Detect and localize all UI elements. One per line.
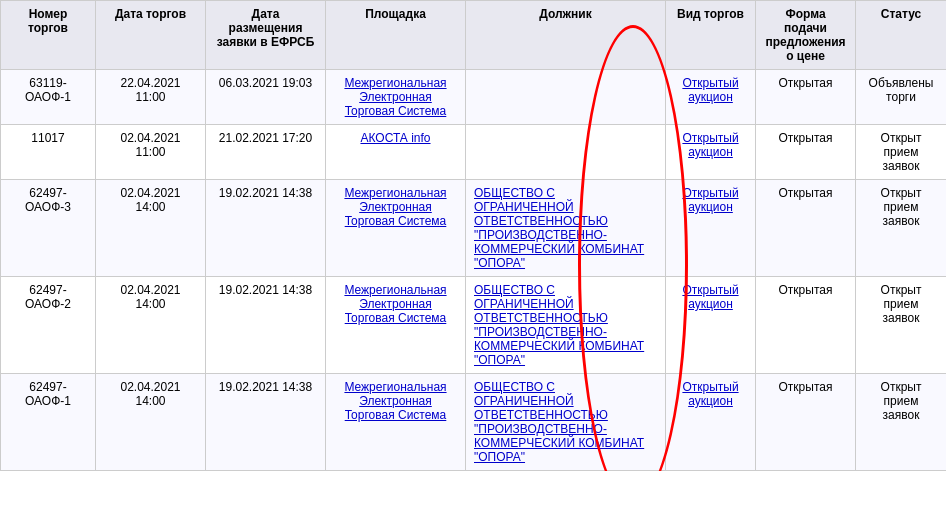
cell-form: Открытая — [756, 70, 856, 125]
debtor-link[interactable]: ОБЩЕСТВО С ОГРАНИЧЕННОЙ ОТВЕТСТВЕННОСТЬЮ… — [474, 186, 644, 270]
cell-date: 02.04.2021 14:00 — [96, 277, 206, 374]
header-debtor: Должник — [466, 1, 666, 70]
header-status: Статус — [856, 1, 947, 70]
cell-date: 02.04.2021 11:00 — [96, 125, 206, 180]
cell-status: Открыт прием заявок — [856, 374, 947, 471]
platform-link[interactable]: Межрегиональная Электронная Торговая Сис… — [344, 76, 446, 118]
cell-platform[interactable]: Межрегиональная Электронная Торговая Сис… — [326, 180, 466, 277]
type-link[interactable]: Открытый аукцион — [682, 380, 738, 408]
platform-link[interactable]: Межрегиональная Электронная Торговая Сис… — [344, 283, 446, 325]
cell-form: Открытая — [756, 125, 856, 180]
cell-status: Объявлены торги — [856, 70, 947, 125]
cell-type[interactable]: Открытый аукцион — [666, 277, 756, 374]
type-link[interactable]: Открытый аукцион — [682, 186, 738, 214]
table-row: 62497-ОАОФ-202.04.2021 14:0019.02.2021 1… — [1, 277, 947, 374]
debtor-link[interactable]: ОБЩЕСТВО С ОГРАНИЧЕННОЙ ОТВЕТСТВЕННОСТЬЮ… — [474, 283, 644, 367]
cell-platform[interactable]: АКОСТА info — [326, 125, 466, 180]
cell-date: 02.04.2021 14:00 — [96, 180, 206, 277]
cell-efrsb: 21.02.2021 17:20 — [206, 125, 326, 180]
table-row: 63119-ОАОФ-122.04.2021 11:0006.03.2021 1… — [1, 70, 947, 125]
cell-num: 11017 — [1, 125, 96, 180]
cell-platform[interactable]: Межрегиональная Электронная Торговая Сис… — [326, 374, 466, 471]
cell-debtor[interactable]: ОБЩЕСТВО С ОГРАНИЧЕННОЙ ОТВЕТСТВЕННОСТЬЮ… — [466, 180, 666, 277]
table-row: 62497-ОАОФ-102.04.2021 14:0019.02.2021 1… — [1, 374, 947, 471]
cell-form: Открытая — [756, 277, 856, 374]
header-platform: Площадка — [326, 1, 466, 70]
type-link[interactable]: Открытый аукцион — [682, 131, 738, 159]
table-row: 1101702.04.2021 11:0021.02.2021 17:20АКО… — [1, 125, 947, 180]
header-date: Дата торгов — [96, 1, 206, 70]
cell-num: 62497-ОАОФ-3 — [1, 180, 96, 277]
header-type: Вид торгов — [666, 1, 756, 70]
platform-link[interactable]: АКОСТА info — [360, 131, 430, 145]
header-efrsb: Дата размещения заявки в ЕФРСБ — [206, 1, 326, 70]
cell-debtor — [466, 70, 666, 125]
cell-status: Открыт прием заявок — [856, 125, 947, 180]
cell-date: 02.04.2021 14:00 — [96, 374, 206, 471]
table-row: 62497-ОАОФ-302.04.2021 14:0019.02.2021 1… — [1, 180, 947, 277]
cell-num: 62497-ОАОФ-2 — [1, 277, 96, 374]
header-form: Форма подачи предложения о цене — [756, 1, 856, 70]
cell-platform[interactable]: Межрегиональная Электронная Торговая Сис… — [326, 70, 466, 125]
cell-efrsb: 19.02.2021 14:38 — [206, 277, 326, 374]
platform-link[interactable]: Межрегиональная Электронная Торговая Сис… — [344, 186, 446, 228]
platform-link[interactable]: Межрегиональная Электронная Торговая Сис… — [344, 380, 446, 422]
auctions-table: Номер торгов Дата торгов Дата размещения… — [0, 0, 946, 471]
cell-efrsb: 19.02.2021 14:38 — [206, 180, 326, 277]
cell-type[interactable]: Открытый аукцион — [666, 70, 756, 125]
cell-debtor[interactable]: ОБЩЕСТВО С ОГРАНИЧЕННОЙ ОТВЕТСТВЕННОСТЬЮ… — [466, 277, 666, 374]
cell-efrsb: 06.03.2021 19:03 — [206, 70, 326, 125]
cell-status: Открыт прием заявок — [856, 180, 947, 277]
cell-type[interactable]: Открытый аукцион — [666, 125, 756, 180]
type-link[interactable]: Открытый аукцион — [682, 76, 738, 104]
cell-date: 22.04.2021 11:00 — [96, 70, 206, 125]
cell-type[interactable]: Открытый аукцион — [666, 374, 756, 471]
cell-num: 63119-ОАОФ-1 — [1, 70, 96, 125]
cell-status: Открыт прием заявок — [856, 277, 947, 374]
cell-debtor[interactable]: ОБЩЕСТВО С ОГРАНИЧЕННОЙ ОТВЕТСТВЕННОСТЬЮ… — [466, 374, 666, 471]
cell-form: Открытая — [756, 374, 856, 471]
header-num: Номер торгов — [1, 1, 96, 70]
cell-platform[interactable]: Межрегиональная Электронная Торговая Сис… — [326, 277, 466, 374]
table-container: Номер торгов Дата торгов Дата размещения… — [0, 0, 946, 471]
debtor-link[interactable]: ОБЩЕСТВО С ОГРАНИЧЕННОЙ ОТВЕТСТВЕННОСТЬЮ… — [474, 380, 644, 464]
type-link[interactable]: Открытый аукцион — [682, 283, 738, 311]
cell-num: 62497-ОАОФ-1 — [1, 374, 96, 471]
cell-type[interactable]: Открытый аукцион — [666, 180, 756, 277]
cell-efrsb: 19.02.2021 14:38 — [206, 374, 326, 471]
cell-form: Открытая — [756, 180, 856, 277]
cell-debtor — [466, 125, 666, 180]
